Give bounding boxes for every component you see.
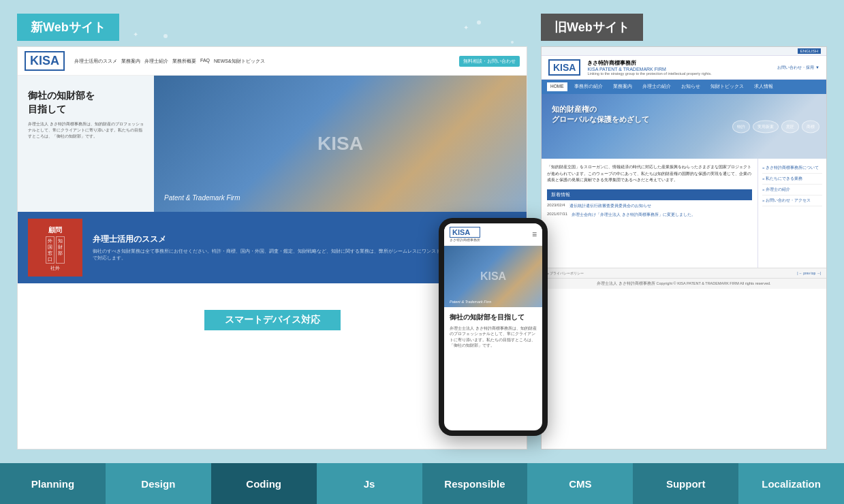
site-banner-title: 弁理士活用のススメ (93, 234, 453, 245)
old-site-header: KISA きさ特許商標事務所 KISA PATENT & TRADEMARK F… (542, 56, 826, 80)
old-sidebar: » きさ特許商標事務所について » 私たちにできる業務 » 弁理士の紹介 » お… (758, 159, 826, 268)
old-site-panel: 旧Webサイト ENGLISH KISA きさ特許商標事務所 KISA PATE… (541, 14, 827, 450)
nav-link-2: 業務案内 (121, 58, 140, 65)
nav-support[interactable]: Support (633, 463, 738, 504)
nav-planning[interactable]: Planning (0, 463, 106, 504)
site-nav-bar: KISA 弁理士活用のススメ 業務案内 弁理士紹介 業務所概要 FAQ NEWS… (18, 47, 527, 76)
old-nav-links: HOME 事務所の紹介 業務案内 弁理士の紹介 お知らせ 知財トピックス 求人情… (542, 80, 826, 94)
site-hero-description: 弁理士法人 きさ特許商標事務所は、知的財産のプロフェッショナルとして、常にクライ… (28, 121, 144, 140)
site-banner-content: 弁理士活用のススメ 御社のすべき知財業務は全て事務所にお任せください。特許・商標… (93, 234, 453, 262)
new-site-panel: 新Webサイト KISA 弁理士活用のススメ 業務案内 弁理士紹介 業務所概要 … (17, 14, 527, 450)
phone-content-title: 御社の知財部を目指して (450, 313, 537, 322)
old-news-link-1[interactable]: 遺伝統計遺伝行政審査委員委員会のお知らせ (569, 203, 651, 209)
phone-content-description: 弁理士士法人 きさ特許商標事務所は、知的財産のプロフェッショナルとして、常にクラ… (450, 326, 537, 348)
hamburger-icon: ≡ (532, 230, 537, 239)
site-hero-text: 御社の知財部を目指して 弁理士法人 きさ特許商標事務所は、知的財産のプロフェッシ… (18, 76, 154, 212)
old-patent-btn[interactable]: 特許 (732, 120, 750, 133)
main-content: 新Webサイト KISA 弁理士活用のススメ 業務案内 弁理士紹介 業務所概要 … (0, 0, 844, 463)
old-top-bar: ENGLISH (542, 47, 826, 56)
phone-mockup: KISA きさ特許商標事務所 ≡ KISA Patent & Trademark… (439, 218, 548, 436)
old-nav-home[interactable]: HOME (547, 82, 567, 91)
nav-link-1: 弁理士活用のススメ (74, 58, 117, 65)
old-news-link-2[interactable]: 弁理士会向け「弁理士法人 きさ特許商標事務所」に変更しました。 (572, 212, 695, 218)
site-hero-subtitle: Patent & Trademark Firm (164, 194, 240, 202)
nav-localization[interactable]: Localization (738, 463, 844, 504)
phone-screen: KISA きさ特許商標事務所 ≡ KISA Patent & Trademark… (444, 223, 542, 430)
old-firm-name-en: KISA PATENT & TRADEMARK FIRM (587, 67, 711, 72)
phone-content: 御社の知財部を目指して 弁理士士法人 きさ特許商標事務所は、知的財産のプロフェッ… (444, 307, 542, 353)
old-nav-services[interactable]: 業務案内 (610, 82, 636, 91)
site-hero: 御社の知財部を目指して 弁理士法人 きさ特許商標事務所は、知的財産のプロフェッシ… (18, 76, 527, 212)
old-firm-tagline: Linking to the strategy group to the pro… (587, 72, 711, 76)
old-design-btn[interactable]: 意匠 (781, 120, 799, 133)
old-sidebar-link-2[interactable]: » 私たちにできる業務 (762, 174, 822, 185)
old-sidebar-link-4[interactable]: » お問い合わせ・アクセス (762, 195, 822, 206)
site-logo: KISA (25, 51, 65, 71)
old-hero-text: 知的財産権のグローバルな保護をめざして (552, 104, 649, 125)
nav-link-6: NEWS&知財トピックス (214, 58, 265, 65)
phone-hero-subtitle: Patent & Trademark Firm (450, 300, 491, 304)
old-intro-text: 「知的財産立国」をスローガンに、情報経済の時代に対応した産業振興をねらったさまざ… (547, 164, 752, 184)
old-sidebar-link-1[interactable]: » きさ特許商標事務所について (762, 163, 822, 174)
phone-logo: KISA (450, 227, 480, 238)
old-news-date-1: 2023/02/4 (547, 203, 565, 209)
old-body: 「知的財産立国」をスローガンに、情報経済の時代に対応した産業振興をねらったさまざ… (542, 159, 826, 268)
nav-link-4: 業務所概要 (172, 58, 196, 65)
smart-device-label: スマートデバイス対応 (204, 310, 341, 330)
nav-coding[interactable]: Coding (211, 463, 317, 504)
nav-link-3: 弁理士紹介 (144, 58, 168, 65)
old-news-header: 新着情報 (547, 189, 752, 200)
old-hero-buttons: 特許 実用新案 意匠 商標 (732, 120, 819, 133)
old-site-screenshot: ENGLISH KISA きさ特許商標事務所 KISA PATENT & TRA… (541, 46, 827, 450)
nav-link-5: FAQ (200, 58, 210, 65)
nav-cms[interactable]: CMS (527, 463, 633, 504)
old-nav-careers[interactable]: 求人情報 (751, 82, 777, 91)
old-sidebar-link-3[interactable]: » 弁理士の紹介 (762, 185, 822, 195)
old-utility-btn[interactable]: 実用新案 (753, 120, 779, 133)
old-news-item-1: 2023/02/4 遺伝統計遺伝行政審査委員委員会のお知らせ (547, 203, 752, 209)
phone-subtitle: きさ特許商標事務所 (450, 238, 480, 242)
old-privacy-link[interactable]: » プライバシーポリシー (547, 271, 584, 275)
site-hero-image: KISA Patent & Trademark Firm (154, 76, 527, 212)
old-main-content: 「知的財産立国」をスローガンに、情報経済の時代に対応した産業振興をねらったさまざ… (542, 159, 758, 268)
old-footer-text: 弁理士法人 きさ特許商標事務所 Copyright © KISA PATENT … (542, 278, 826, 289)
site-hero-brand: KISA (317, 132, 363, 155)
old-footer: » プライバシーポリシー | ← prev top →| (542, 268, 826, 278)
old-trademark-btn[interactable]: 商標 (802, 120, 819, 133)
site-banner-description: 御社のすべき知財業務は全て事務所にお任せください。特許・商標、国内・外国、調査・… (93, 248, 453, 262)
phone-hero-image: KISA Patent & Trademark Firm (444, 246, 542, 307)
old-english-button[interactable]: ENGLISH (798, 48, 821, 54)
bottom-nav: Planning Design Coding Js Responsible CM… (0, 463, 844, 504)
old-nav-attorneys[interactable]: 弁理士の紹介 (639, 82, 674, 91)
nav-responsible[interactable]: Responsible (422, 463, 528, 504)
site-nav-links: 弁理士活用のススメ 業務案内 弁理士紹介 業務所概要 FAQ NEWS&知財トピ… (74, 58, 454, 65)
old-site-label: 旧Webサイト (541, 14, 643, 41)
old-hero: 知的財産権のグローバルな保護をめざして 特許 実用新案 意匠 商標 (542, 94, 826, 159)
old-hero-title: 知的財産権のグローバルな保護をめざして (552, 104, 649, 125)
old-contact-link[interactable]: お問い合わせ・採用 ▼ (777, 65, 819, 71)
old-firm-name-jp: きさ特許商標事務所 (587, 59, 711, 67)
old-page-nav[interactable]: | ← prev top →| (797, 271, 821, 275)
old-nav-news[interactable]: お知らせ (678, 82, 704, 91)
old-news-date-2: 2021/07/31 (547, 212, 567, 218)
nav-design[interactable]: Design (106, 463, 211, 504)
phone-nav: KISA きさ特許商標事務所 ≡ (444, 223, 542, 246)
nav-js[interactable]: Js (317, 463, 422, 504)
old-nav-topics[interactable]: 知財トピックス (707, 82, 747, 91)
old-logo: KISA (548, 59, 580, 76)
old-nav-about[interactable]: 事務所の紹介 (571, 82, 606, 91)
site-banner-stamp: 顧問 外国窓口 知財部 社外 (28, 219, 82, 277)
phone-hero-brand: KISA (480, 270, 506, 283)
site-hero-title: 御社の知財部を目指して (28, 89, 144, 116)
old-news-item-2: 2021/07/31 弁理士会向け「弁理士法人 きさ特許商標事務所」に変更しまし… (547, 212, 752, 218)
old-firm-info: きさ特許商標事務所 KISA PATENT & TRADEMARK FIRM L… (587, 59, 711, 76)
nav-cta-button[interactable]: 無料相談・お問い合わせ (459, 56, 520, 67)
new-site-label: 新Webサイト (17, 14, 119, 41)
